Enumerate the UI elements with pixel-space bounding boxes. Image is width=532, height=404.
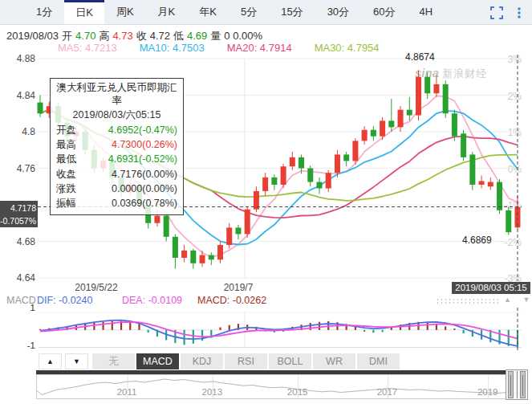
candle bbox=[388, 120, 394, 127]
candle bbox=[307, 169, 313, 182]
indicator-tab-DMI[interactable]: DMI bbox=[357, 353, 400, 369]
candle bbox=[380, 120, 385, 136]
pane-down-button[interactable]: ▼ bbox=[65, 353, 88, 369]
tooltip-row-value: 0.0369(0.78%) bbox=[112, 196, 177, 210]
summary-label: 高 bbox=[99, 30, 109, 42]
candle bbox=[497, 182, 502, 210]
period-tab-30分[interactable]: 30分 bbox=[315, 0, 361, 24]
period-tab-1分[interactable]: 1分 bbox=[24, 0, 64, 24]
macd-value: MACD: -0.0262 bbox=[197, 295, 266, 306]
navigator-year-label: 2015 bbox=[280, 387, 315, 397]
tooltip-row: 开盘4.6952(-0.47%) bbox=[56, 123, 177, 137]
macd-plot bbox=[0, 308, 532, 353]
tooltip-row-value: 0.0000(0.00%) bbox=[112, 182, 177, 196]
candle bbox=[262, 178, 268, 191]
indicator-tab-无[interactable]: 无 bbox=[92, 353, 135, 369]
period-tab-日K[interactable]: 日K bbox=[64, 0, 104, 24]
fullscreen-icon[interactable] bbox=[490, 6, 503, 19]
ma-legend: MA5: 4.7213MA10: 4.7503MA20: 4.7914MA30:… bbox=[58, 42, 402, 54]
navigator-year-label: 2013 bbox=[194, 387, 229, 397]
tooltip-row-value: 4.6931(-0.52%) bbox=[108, 152, 177, 166]
indicator-tab-RSI[interactable]: RSI bbox=[225, 353, 267, 369]
candle bbox=[371, 130, 376, 137]
summary-label: 量 bbox=[210, 30, 221, 42]
candle bbox=[479, 181, 485, 185]
current-price-badge: 4.7178 -0.7057% bbox=[0, 201, 38, 227]
navigator-left-grip[interactable] bbox=[508, 371, 514, 398]
candle bbox=[443, 84, 449, 113]
main-chart-area[interactable]: sina新浪财经 4.884.844.84.764.724.684.64 3%2… bbox=[0, 53, 532, 282]
candle bbox=[226, 227, 232, 245]
candle bbox=[452, 113, 457, 136]
candle bbox=[469, 154, 475, 185]
pane-up-button[interactable]: ▲ bbox=[39, 353, 62, 369]
navigator-year-label: 2017 bbox=[369, 387, 404, 397]
candle bbox=[343, 154, 349, 161]
indicator-tab-row: ▲ ▼ 无MACDKDJRSIBOLLWRDMI bbox=[0, 353, 532, 370]
candle bbox=[317, 182, 323, 189]
summary-value: 4.72 bbox=[150, 30, 170, 42]
indicator-tab-WR[interactable]: WR bbox=[313, 353, 355, 369]
candle bbox=[335, 154, 340, 173]
low-annotation: 4.6869 bbox=[462, 235, 492, 246]
navigator-year-label: 2011 bbox=[109, 387, 144, 397]
candle bbox=[424, 77, 430, 93]
current-price-value: 4.7178 bbox=[0, 202, 36, 214]
period-tab-4H[interactable]: 4H bbox=[408, 0, 445, 24]
x-label-mid: 2019/7 bbox=[206, 282, 270, 293]
navigator-window-handle[interactable] bbox=[506, 369, 528, 400]
tooltip-row-label: 收盘 bbox=[56, 167, 76, 182]
indicator-tab-KDJ[interactable]: KDJ bbox=[181, 353, 223, 369]
candle bbox=[488, 182, 493, 187]
current-price-pct: -0.7057% bbox=[0, 214, 36, 227]
period-tab-周K[interactable]: 周K bbox=[104, 0, 146, 24]
more-menu-icon[interactable] bbox=[513, 6, 526, 19]
indicator-tab-BOLL[interactable]: BOLL bbox=[269, 353, 311, 369]
tooltip-row-label: 涨跌 bbox=[56, 182, 76, 196]
toolbar-icons bbox=[490, 0, 526, 25]
x-label-start: 2019/5/22 bbox=[48, 282, 144, 293]
candle bbox=[217, 245, 223, 259]
summary-value: 4.73 bbox=[112, 30, 132, 42]
period-tab-15分[interactable]: 15分 bbox=[269, 0, 315, 24]
summary-label: 收 bbox=[136, 30, 147, 42]
summary-label: 开 bbox=[62, 30, 72, 42]
tooltip-row-value: 4.7176(0.00%) bbox=[112, 167, 177, 182]
tooltip-row-label: 开盘 bbox=[56, 123, 76, 137]
summary-value: 4.70 bbox=[75, 30, 95, 42]
dif-value: DIF: -0.0240 bbox=[37, 295, 92, 306]
candle bbox=[362, 130, 368, 141]
candle bbox=[298, 157, 304, 169]
summary-label: 低 bbox=[173, 30, 184, 42]
candle bbox=[506, 210, 511, 232]
period-tab-月K[interactable]: 月K bbox=[146, 0, 188, 24]
candle bbox=[235, 227, 241, 234]
chart-window: 1分日K周K月K年K5分15分30分60分4H 2019/08/03开4.70高… bbox=[0, 0, 532, 404]
candle bbox=[154, 216, 160, 223]
candle bbox=[181, 251, 187, 258]
candle bbox=[398, 110, 404, 128]
tooltip-row: 最低4.6931(-0.52%) bbox=[56, 152, 177, 166]
summary-date: 2019/08/03 bbox=[6, 30, 59, 42]
indicator-tab-MACD[interactable]: MACD bbox=[136, 353, 179, 369]
period-tabs: 1分日K周K月K年K5分15分30分60分4H bbox=[0, 0, 445, 24]
pane-collapse-arrows[interactable]: ▲ ▼ bbox=[504, 296, 532, 304]
dea-value: DEA: -0.0109 bbox=[122, 295, 182, 306]
period-tab-5分[interactable]: 5分 bbox=[229, 0, 269, 24]
high-annotation: 4.8674 bbox=[405, 51, 435, 63]
navigator-right-grip[interactable] bbox=[520, 371, 526, 398]
period-toolbar: 1分日K周K月K年K5分15分30分60分4H bbox=[0, 0, 532, 25]
navigator-year-label: 2019 bbox=[470, 387, 506, 397]
tooltip-row-label: 最低 bbox=[56, 152, 76, 166]
pane-resize-grip[interactable] bbox=[436, 298, 498, 304]
period-tab-60分[interactable]: 60分 bbox=[361, 0, 407, 24]
summary-value: 4.69 bbox=[187, 30, 207, 42]
candle bbox=[407, 110, 412, 116]
ma-legend-item: MA10: 4.7503 bbox=[140, 42, 205, 54]
navigator-window-mid bbox=[517, 371, 518, 398]
tooltip-row-value: 4.6952(-0.47%) bbox=[108, 123, 177, 137]
candle bbox=[173, 237, 178, 258]
period-tab-年K[interactable]: 年K bbox=[187, 0, 229, 24]
candle bbox=[326, 173, 331, 188]
tooltip-title: 澳大利亚元兑人民币即期汇率 bbox=[56, 81, 177, 108]
